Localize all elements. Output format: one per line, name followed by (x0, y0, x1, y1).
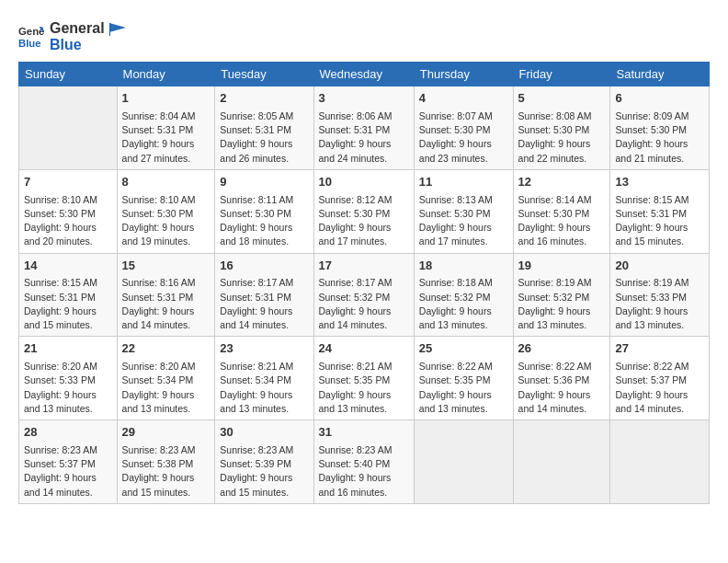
daylight-text: Daylight: 9 hours and 13 minutes. (122, 389, 195, 414)
day-cell: 26Sunrise: 8:22 AMSunset: 5:36 PMDayligh… (513, 337, 610, 420)
day-number: 17 (319, 258, 409, 275)
day-number: 22 (122, 340, 210, 358)
sunrise-text: Sunrise: 8:10 AM (122, 194, 196, 205)
day-cell: 5Sunrise: 8:08 AMSunset: 5:30 PMDaylight… (513, 86, 610, 170)
sunset-text: Sunset: 5:31 PM (24, 292, 96, 303)
day-number: 14 (24, 258, 112, 275)
sunrise-text: Sunrise: 8:19 AM (518, 277, 592, 288)
daylight-text: Daylight: 9 hours and 26 minutes. (220, 138, 292, 163)
sunset-text: Sunset: 5:30 PM (419, 124, 491, 135)
day-cell: 6Sunrise: 8:09 AMSunset: 5:30 PMDaylight… (610, 86, 710, 170)
day-cell: 27Sunrise: 8:22 AMSunset: 5:37 PMDayligh… (610, 337, 710, 420)
daylight-text: Daylight: 9 hours and 27 minutes. (122, 138, 195, 163)
sunset-text: Sunset: 5:30 PM (122, 208, 194, 219)
day-cell (513, 420, 610, 504)
daylight-text: Daylight: 9 hours and 20 minutes. (24, 222, 97, 247)
calendar-container: General Blue General Blue (0, 0, 728, 513)
day-number: 26 (518, 340, 606, 358)
daylight-text: Daylight: 9 hours and 21 minutes. (615, 138, 688, 163)
sunset-text: Sunset: 5:30 PM (220, 208, 291, 219)
logo-flag-icon (109, 23, 126, 36)
sunset-text: Sunset: 5:31 PM (220, 124, 291, 135)
header-cell-tuesday: Tuesday (215, 63, 313, 86)
day-cell: 9Sunrise: 8:11 AMSunset: 5:30 PMDaylight… (215, 169, 313, 253)
day-cell: 13Sunrise: 8:15 AMSunset: 5:31 PMDayligh… (610, 169, 710, 253)
header-cell-thursday: Thursday (414, 63, 513, 86)
day-cell: 16Sunrise: 8:17 AMSunset: 5:31 PMDayligh… (215, 253, 313, 337)
sunset-text: Sunset: 5:31 PM (122, 292, 194, 303)
sunset-text: Sunset: 5:30 PM (615, 124, 687, 135)
daylight-text: Daylight: 9 hours and 14 minutes. (615, 389, 688, 414)
day-number: 11 (419, 174, 508, 191)
sunset-text: Sunset: 5:40 PM (319, 458, 391, 469)
sunrise-text: Sunrise: 8:10 AM (24, 194, 97, 205)
sunrise-text: Sunrise: 8:15 AM (615, 194, 688, 205)
day-number: 16 (220, 258, 308, 275)
sunset-text: Sunset: 5:30 PM (319, 208, 391, 219)
day-number: 8 (122, 174, 210, 191)
day-number: 20 (615, 258, 704, 275)
day-cell: 28Sunrise: 8:23 AMSunset: 5:37 PMDayligh… (19, 420, 118, 504)
sunset-text: Sunset: 5:31 PM (615, 208, 687, 219)
day-cell: 1Sunrise: 8:04 AMSunset: 5:31 PMDaylight… (117, 86, 215, 170)
header-cell-wednesday: Wednesday (313, 63, 414, 86)
sunset-text: Sunset: 5:30 PM (24, 208, 96, 219)
daylight-text: Daylight: 9 hours and 19 minutes. (122, 222, 195, 247)
sunrise-text: Sunrise: 8:08 AM (518, 110, 592, 121)
week-row-4: 21Sunrise: 8:20 AMSunset: 5:33 PMDayligh… (19, 337, 710, 420)
day-cell (610, 420, 710, 504)
day-cell: 25Sunrise: 8:22 AMSunset: 5:35 PMDayligh… (414, 337, 513, 420)
daylight-text: Daylight: 9 hours and 22 minutes. (518, 138, 591, 163)
day-number: 15 (122, 258, 210, 275)
daylight-text: Daylight: 9 hours and 13 minutes. (220, 389, 292, 414)
sunset-text: Sunset: 5:33 PM (24, 374, 96, 385)
day-cell (414, 420, 513, 504)
svg-text:Blue: Blue (18, 37, 41, 48)
sunrise-text: Sunrise: 8:17 AM (220, 277, 293, 288)
sunset-text: Sunset: 5:34 PM (220, 374, 291, 385)
day-cell: 8Sunrise: 8:10 AMSunset: 5:30 PMDaylight… (117, 169, 215, 253)
day-cell: 18Sunrise: 8:18 AMSunset: 5:32 PMDayligh… (414, 253, 513, 337)
daylight-text: Daylight: 9 hours and 13 minutes. (419, 389, 492, 414)
day-cell: 11Sunrise: 8:13 AMSunset: 5:30 PMDayligh… (414, 169, 513, 253)
sunset-text: Sunset: 5:35 PM (319, 374, 391, 385)
day-number: 25 (419, 340, 508, 358)
sunset-text: Sunset: 5:31 PM (220, 292, 291, 303)
sunrise-text: Sunrise: 8:23 AM (122, 444, 196, 455)
header-row: SundayMondayTuesdayWednesdayThursdayFrid… (19, 63, 710, 86)
header-cell-saturday: Saturday (610, 63, 710, 86)
day-number: 3 (319, 90, 409, 108)
daylight-text: Daylight: 9 hours and 15 minutes. (220, 472, 292, 497)
day-cell: 10Sunrise: 8:12 AMSunset: 5:30 PMDayligh… (313, 169, 414, 253)
day-number: 6 (615, 90, 704, 108)
sunset-text: Sunset: 5:32 PM (518, 292, 590, 303)
day-cell: 7Sunrise: 8:10 AMSunset: 5:30 PMDaylight… (19, 169, 118, 253)
logo-blue: Blue (50, 37, 126, 53)
sunrise-text: Sunrise: 8:22 AM (615, 361, 688, 372)
day-number: 13 (615, 174, 704, 191)
day-number: 30 (220, 424, 308, 442)
day-number: 18 (419, 258, 508, 275)
day-number: 1 (122, 90, 210, 108)
sunset-text: Sunset: 5:30 PM (419, 208, 491, 219)
daylight-text: Daylight: 9 hours and 13 minutes. (615, 305, 688, 330)
daylight-text: Daylight: 9 hours and 17 minutes. (419, 222, 492, 247)
header: General Blue General Blue (18, 17, 710, 52)
sunrise-text: Sunrise: 8:09 AM (615, 110, 688, 121)
day-number: 21 (24, 340, 112, 358)
daylight-text: Daylight: 9 hours and 13 minutes. (419, 305, 492, 330)
day-cell: 23Sunrise: 8:21 AMSunset: 5:34 PMDayligh… (215, 337, 313, 420)
daylight-text: Daylight: 9 hours and 14 minutes. (319, 305, 392, 330)
daylight-text: Daylight: 9 hours and 18 minutes. (220, 222, 292, 247)
day-cell: 15Sunrise: 8:16 AMSunset: 5:31 PMDayligh… (117, 253, 215, 337)
sunset-text: Sunset: 5:32 PM (319, 292, 391, 303)
daylight-text: Daylight: 9 hours and 14 minutes. (518, 389, 591, 414)
day-cell: 19Sunrise: 8:19 AMSunset: 5:32 PMDayligh… (513, 253, 610, 337)
day-cell: 31Sunrise: 8:23 AMSunset: 5:40 PMDayligh… (313, 420, 414, 504)
svg-marker-5 (109, 23, 126, 32)
sunrise-text: Sunrise: 8:23 AM (319, 444, 392, 455)
day-number: 7 (24, 174, 112, 191)
daylight-text: Daylight: 9 hours and 13 minutes. (24, 389, 97, 414)
day-number: 19 (518, 258, 606, 275)
sunrise-text: Sunrise: 8:16 AM (122, 277, 196, 288)
